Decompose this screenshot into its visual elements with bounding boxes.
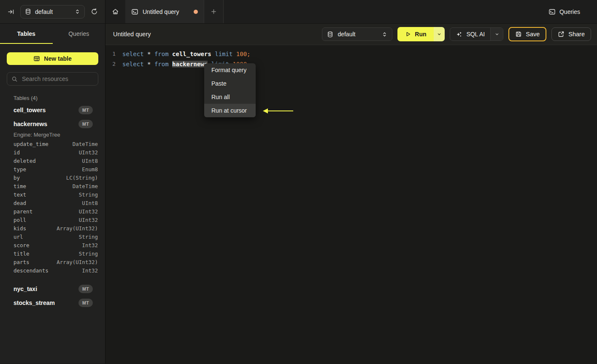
column-name: dead — [14, 199, 26, 208]
column-row: titleString — [0, 250, 105, 258]
plus-icon — [211, 8, 217, 15]
database-icon — [25, 8, 31, 15]
code-line-2[interactable]: 2 select*fromhackernewslimit1000 — [105, 59, 597, 69]
column-row: pollUInt32 — [0, 216, 105, 224]
sql-number: 100; — [236, 51, 251, 57]
search-box[interactable] — [7, 72, 98, 86]
tab-strip-spacer — [224, 0, 543, 23]
sql-keyword: select — [122, 51, 144, 57]
unsaved-dot — [194, 10, 198, 14]
column-name: id — [14, 148, 20, 157]
sparkles-icon — [456, 31, 462, 38]
spacer — [0, 278, 105, 282]
column-name: deleted — [14, 157, 36, 165]
table-name: hackernews — [14, 121, 47, 127]
run-button[interactable]: Run — [397, 27, 434, 41]
column-row: typeEnum8 — [0, 165, 105, 174]
top-bar-left: default — [0, 0, 105, 23]
table-row-hackernews[interactable]: hackernews MT — [0, 117, 105, 131]
new-tab-button[interactable] — [204, 0, 224, 23]
line-number: 2 — [105, 59, 116, 69]
column-type: UInt32 — [79, 208, 98, 216]
column-row: deletedUInt8 — [0, 157, 105, 165]
chevron-down-icon — [437, 32, 442, 37]
column-name: score — [14, 241, 30, 250]
sql-ai-options-button[interactable] — [490, 28, 503, 40]
sql-ai-label: SQL AI — [466, 31, 485, 38]
sidebar-tab-queries-label: Queries — [68, 30, 89, 37]
floppy-disk-icon — [515, 31, 522, 38]
toolbar-database-selector[interactable]: default — [322, 27, 392, 41]
column-name: title — [14, 250, 30, 258]
queries-button-label: Queries — [559, 8, 580, 15]
tab-untitled-query[interactable]: Untitled query — [125, 0, 204, 23]
sql-keyword: from — [154, 51, 169, 57]
line-number: 1 — [105, 49, 116, 59]
sql-ai-button[interactable]: SQL AI — [450, 28, 490, 40]
chevron-updown-icon — [382, 32, 387, 37]
column-name: parts — [14, 258, 30, 267]
run-button-label: Run — [415, 31, 426, 38]
run-options-button[interactable] — [434, 27, 445, 41]
column-name: by — [14, 174, 20, 182]
column-type: Array(UInt32) — [57, 224, 98, 233]
column-name: type — [14, 165, 26, 174]
menu-item-label: Run at cursor — [211, 107, 247, 114]
sidebar: Tables Queries New table Tables (4) cell… — [0, 24, 105, 364]
column-type: UInt32 — [79, 148, 98, 157]
table-row-nyc-taxi[interactable]: nyc_taxi MT — [0, 282, 105, 296]
column-type: LC(String) — [66, 174, 98, 182]
queries-button[interactable]: Queries — [543, 0, 586, 23]
database-icon — [327, 31, 333, 38]
sql-editor[interactable]: 1 select*fromcell_towerslimit100; 2 sele… — [105, 45, 597, 364]
query-title: Untitled query — [113, 31, 151, 38]
database-selector[interactable]: default — [20, 5, 85, 19]
menu-item-run-at-cursor[interactable]: Run at cursor — [204, 104, 256, 117]
sidebar-tabs: Tables Queries — [0, 24, 105, 44]
table-row-stocks-stream[interactable]: stocks_stream MT — [0, 296, 105, 310]
table-row-cell-towers[interactable]: cell_towers MT — [0, 103, 105, 117]
sql-keyword: limit — [215, 51, 232, 57]
collapse-sidebar-button[interactable] — [5, 6, 17, 18]
tab-strip: Untitled query Queries — [105, 0, 597, 23]
column-type: String — [79, 233, 98, 241]
engine-badge: MT — [78, 120, 93, 128]
code-line-1[interactable]: 1 select*fromcell_towerslimit100; — [105, 49, 597, 59]
share-icon — [558, 31, 565, 38]
sql-table-name-selected: hackernews — [172, 61, 208, 67]
search-input[interactable] — [21, 75, 94, 83]
menu-item-format-query[interactable]: Format query — [204, 63, 256, 77]
column-type: Enum8 — [82, 165, 98, 174]
new-table-button[interactable]: New table — [7, 52, 98, 65]
column-name: descendants — [14, 267, 49, 275]
menu-item-run-all[interactable]: Run all — [204, 90, 256, 104]
column-type: UInt8 — [82, 157, 98, 165]
sql-table-name: cell_towers — [172, 51, 211, 57]
menu-item-label: Run all — [211, 94, 230, 100]
collapse-sidebar-icon — [8, 8, 14, 15]
engine-badge: MT — [78, 285, 93, 293]
tables-section-label: Tables (4) — [14, 95, 105, 101]
chevron-updown-icon — [75, 9, 80, 14]
code-text: select*fromcell_towerslimit100; — [122, 49, 251, 59]
refresh-icon — [91, 8, 98, 15]
column-type: UInt32 — [79, 216, 98, 224]
column-name: url — [14, 233, 23, 241]
sql-keyword: from — [154, 61, 169, 67]
column-type: DateTime — [73, 140, 98, 148]
sidebar-tab-queries[interactable]: Queries — [53, 24, 105, 44]
column-type: Array(UInt32) — [57, 258, 98, 267]
sidebar-tab-tables[interactable]: Tables — [0, 24, 53, 44]
share-button[interactable]: Share — [551, 27, 591, 41]
sql-keyword: select — [122, 61, 144, 67]
refresh-button[interactable] — [88, 6, 100, 18]
home-button[interactable] — [105, 0, 125, 23]
menu-item-paste[interactable]: Paste — [204, 77, 256, 90]
menu-item-label: Paste — [211, 80, 227, 87]
save-button[interactable]: Save — [508, 27, 546, 41]
column-row: urlString — [0, 233, 105, 241]
search-icon — [11, 76, 18, 82]
column-type: UInt8 — [82, 199, 98, 208]
engine-label: Engine: MergeTree — [0, 131, 105, 139]
chevron-down-icon — [494, 32, 500, 37]
